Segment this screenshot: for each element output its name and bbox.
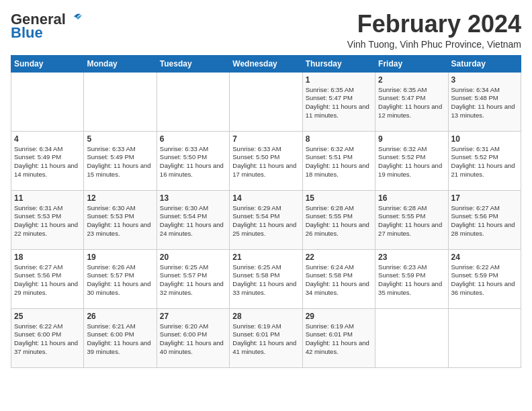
day-info: Sunrise: 6:31 AM Sunset: 5:53 PM Dayligh… <box>14 204 81 238</box>
header-wednesday: Wednesday <box>230 55 302 72</box>
day-number: 20 <box>160 253 226 262</box>
day-info: Sunrise: 6:34 AM Sunset: 5:48 PM Dayligh… <box>451 86 518 120</box>
week-row-1: 1Sunrise: 6:35 AM Sunset: 5:47 PM Daylig… <box>11 72 521 131</box>
day-cell: 29Sunrise: 6:19 AM Sunset: 6:01 PM Dayli… <box>302 308 375 367</box>
day-cell: 8Sunrise: 6:32 AM Sunset: 5:51 PM Daylig… <box>302 131 375 190</box>
week-row-4: 18Sunrise: 6:27 AM Sunset: 5:56 PM Dayli… <box>11 249 521 308</box>
day-info: Sunrise: 6:24 AM Sunset: 5:58 PM Dayligh… <box>306 263 372 298</box>
day-cell: 3Sunrise: 6:34 AM Sunset: 5:48 PM Daylig… <box>448 72 521 131</box>
day-number: 29 <box>306 312 372 321</box>
day-number: 14 <box>232 193 299 203</box>
day-number: 1 <box>306 75 372 85</box>
day-info: Sunrise: 6:33 AM Sunset: 5:50 PM Dayligh… <box>232 145 299 179</box>
day-cell: 4Sunrise: 6:34 AM Sunset: 5:49 PM Daylig… <box>11 131 84 190</box>
day-number: 26 <box>87 312 153 321</box>
logo: General Blue <box>11 11 82 42</box>
day-number: 28 <box>232 312 299 321</box>
day-info: Sunrise: 6:27 AM Sunset: 5:56 PM Dayligh… <box>14 263 81 298</box>
day-number: 11 <box>14 193 81 203</box>
calendar-table: SundayMondayTuesdayWednesdayThursdayFrid… <box>11 55 521 368</box>
day-number: 6 <box>160 134 226 144</box>
day-cell <box>84 72 157 131</box>
day-cell: 9Sunrise: 6:32 AM Sunset: 5:52 PM Daylig… <box>375 131 448 190</box>
day-info: Sunrise: 6:34 AM Sunset: 5:49 PM Dayligh… <box>14 145 81 179</box>
day-info: Sunrise: 6:22 AM Sunset: 5:59 PM Dayligh… <box>451 263 518 298</box>
day-info: Sunrise: 6:33 AM Sunset: 5:49 PM Dayligh… <box>87 145 153 179</box>
day-info: Sunrise: 6:35 AM Sunset: 5:47 PM Dayligh… <box>378 86 445 120</box>
day-number: 19 <box>87 253 153 262</box>
logo-bird-icon <box>67 11 82 24</box>
day-number: 17 <box>451 193 518 203</box>
day-cell: 1Sunrise: 6:35 AM Sunset: 5:47 PM Daylig… <box>302 72 375 131</box>
day-cell: 27Sunrise: 6:20 AM Sunset: 6:00 PM Dayli… <box>157 308 229 367</box>
day-number: 27 <box>160 312 226 321</box>
day-number: 8 <box>306 134 372 144</box>
day-cell: 23Sunrise: 6:23 AM Sunset: 5:59 PM Dayli… <box>375 249 448 308</box>
day-info: Sunrise: 6:25 AM Sunset: 5:58 PM Dayligh… <box>232 263 299 298</box>
day-info: Sunrise: 6:19 AM Sunset: 6:01 PM Dayligh… <box>232 322 299 357</box>
day-cell: 13Sunrise: 6:30 AM Sunset: 5:54 PM Dayli… <box>157 190 229 249</box>
week-row-5: 25Sunrise: 6:22 AM Sunset: 6:00 PM Dayli… <box>11 308 521 367</box>
day-info: Sunrise: 6:33 AM Sunset: 5:50 PM Dayligh… <box>160 145 226 179</box>
week-row-2: 4Sunrise: 6:34 AM Sunset: 5:49 PM Daylig… <box>11 131 521 190</box>
day-number: 23 <box>378 253 445 262</box>
day-cell: 10Sunrise: 6:31 AM Sunset: 5:52 PM Dayli… <box>448 131 521 190</box>
day-number: 12 <box>87 193 153 203</box>
day-number: 2 <box>378 75 445 85</box>
day-cell: 28Sunrise: 6:19 AM Sunset: 6:01 PM Dayli… <box>230 308 302 367</box>
day-number: 9 <box>378 134 445 144</box>
day-cell: 6Sunrise: 6:33 AM Sunset: 5:50 PM Daylig… <box>157 131 229 190</box>
day-number: 13 <box>160 193 226 203</box>
day-number: 18 <box>14 253 81 262</box>
logo-blue: Blue <box>11 24 43 42</box>
day-info: Sunrise: 6:23 AM Sunset: 5:59 PM Dayligh… <box>378 263 445 298</box>
day-cell <box>230 72 302 131</box>
day-cell: 17Sunrise: 6:27 AM Sunset: 5:56 PM Dayli… <box>448 190 521 249</box>
day-info: Sunrise: 6:32 AM Sunset: 5:51 PM Dayligh… <box>306 145 372 179</box>
header-friday: Friday <box>375 55 448 72</box>
day-number: 4 <box>14 134 81 144</box>
day-info: Sunrise: 6:35 AM Sunset: 5:47 PM Dayligh… <box>306 86 372 120</box>
day-cell: 15Sunrise: 6:28 AM Sunset: 5:55 PM Dayli… <box>302 190 375 249</box>
day-number: 7 <box>232 134 299 144</box>
day-cell <box>157 72 229 131</box>
day-cell: 19Sunrise: 6:26 AM Sunset: 5:57 PM Dayli… <box>84 249 157 308</box>
page-header: General Blue February 2024 Vinh Tuong, V… <box>11 11 521 50</box>
day-number: 15 <box>306 193 372 203</box>
header-saturday: Saturday <box>448 55 521 72</box>
day-info: Sunrise: 6:21 AM Sunset: 6:00 PM Dayligh… <box>87 322 153 357</box>
calendar-subtitle: Vinh Tuong, Vinh Phuc Province, Vietnam <box>347 39 521 50</box>
day-number: 25 <box>14 312 81 321</box>
day-info: Sunrise: 6:31 AM Sunset: 5:52 PM Dayligh… <box>451 145 518 179</box>
calendar-title: February 2024 <box>347 11 521 38</box>
week-row-3: 11Sunrise: 6:31 AM Sunset: 5:53 PM Dayli… <box>11 190 521 249</box>
day-cell <box>448 308 521 367</box>
day-number: 21 <box>232 253 299 262</box>
day-cell: 7Sunrise: 6:33 AM Sunset: 5:50 PM Daylig… <box>230 131 302 190</box>
day-info: Sunrise: 6:28 AM Sunset: 5:55 PM Dayligh… <box>378 204 445 238</box>
day-cell: 14Sunrise: 6:29 AM Sunset: 5:54 PM Dayli… <box>230 190 302 249</box>
day-number: 10 <box>451 134 518 144</box>
calendar-header-row: SundayMondayTuesdayWednesdayThursdayFrid… <box>11 55 521 72</box>
day-cell: 25Sunrise: 6:22 AM Sunset: 6:00 PM Dayli… <box>11 308 84 367</box>
day-info: Sunrise: 6:30 AM Sunset: 5:53 PM Dayligh… <box>87 204 153 238</box>
day-cell: 24Sunrise: 6:22 AM Sunset: 5:59 PM Dayli… <box>448 249 521 308</box>
day-info: Sunrise: 6:26 AM Sunset: 5:57 PM Dayligh… <box>87 263 153 298</box>
day-info: Sunrise: 6:20 AM Sunset: 6:00 PM Dayligh… <box>160 322 226 357</box>
day-info: Sunrise: 6:30 AM Sunset: 5:54 PM Dayligh… <box>160 204 226 238</box>
day-number: 3 <box>451 75 518 85</box>
day-cell: 26Sunrise: 6:21 AM Sunset: 6:00 PM Dayli… <box>84 308 157 367</box>
day-cell: 16Sunrise: 6:28 AM Sunset: 5:55 PM Dayli… <box>375 190 448 249</box>
day-info: Sunrise: 6:32 AM Sunset: 5:52 PM Dayligh… <box>378 145 445 179</box>
day-number: 5 <box>87 134 153 144</box>
day-info: Sunrise: 6:28 AM Sunset: 5:55 PM Dayligh… <box>306 204 372 238</box>
day-cell: 21Sunrise: 6:25 AM Sunset: 5:58 PM Dayli… <box>230 249 302 308</box>
header-monday: Monday <box>84 55 157 72</box>
header-tuesday: Tuesday <box>157 55 229 72</box>
day-number: 22 <box>306 253 372 262</box>
day-cell: 11Sunrise: 6:31 AM Sunset: 5:53 PM Dayli… <box>11 190 84 249</box>
day-info: Sunrise: 6:29 AM Sunset: 5:54 PM Dayligh… <box>232 204 299 238</box>
day-cell: 22Sunrise: 6:24 AM Sunset: 5:58 PM Dayli… <box>302 249 375 308</box>
day-cell: 2Sunrise: 6:35 AM Sunset: 5:47 PM Daylig… <box>375 72 448 131</box>
day-cell: 18Sunrise: 6:27 AM Sunset: 5:56 PM Dayli… <box>11 249 84 308</box>
